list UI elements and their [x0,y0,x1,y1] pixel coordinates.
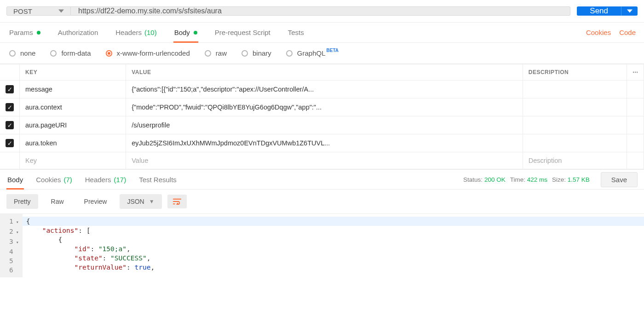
form-params-table: KEY VALUE DESCRIPTION ⋯ ✓message{"action… [0,64,644,169]
checkbox-icon[interactable]: ✓ [6,85,14,93]
tab-tests[interactable]: Tests [287,23,305,42]
cell-value[interactable]: eyJub25jZSI6ImJxUXhMWmJpdmoz0EVnTDgxVUMw… [126,134,523,152]
tab-label: Headers [85,176,111,184]
table-row[interactable]: ✓aura.tokeneyJub25jZSI6ImJxUXhMWmJpdmoz0… [0,134,644,152]
headers-count: (17) [114,176,126,184]
cell-description[interactable] [523,98,627,116]
cell-value[interactable]: {"mode":"PROD","fwuid":"QPQi8lbYE8YujG6o… [126,98,523,116]
json-line: "actions": [ [23,226,644,235]
send-group: Send [577,6,638,16]
cell-key[interactable]: aura.token [20,134,126,152]
tab-label: Params [9,29,33,36]
json-line: "id": "150;a", [23,244,644,253]
radio-label: x-www-form-urlencoded [117,49,190,57]
cookies-link[interactable]: Cookies [586,29,611,36]
tab-label: Authorization [58,29,98,36]
request-tabs: Params Authorization Headers (10) Body P… [0,23,644,43]
tab-params[interactable]: Params [8,23,41,42]
cell-desc-placeholder[interactable]: Description [523,152,627,169]
url-input[interactable]: https://df22-demo.my.site.com/s/sfsites/… [71,6,570,16]
response-body-viewer: 1▾2▾3▾456 { "actions": [ { "id": "150;a"… [0,213,644,277]
tab-label: Body [174,29,190,36]
cell-more [627,134,644,152]
json-line: { [23,217,644,226]
dot-icon [37,31,40,35]
json-line: "state": "SUCCESS", [23,253,644,263]
checkbox-icon[interactable]: ✓ [6,121,14,129]
method-select[interactable]: POST [6,6,71,16]
table-row[interactable]: ✓message{"actions":[{"id":"150;a","descr… [0,81,644,98]
chevron-down-icon: ▼ [149,198,155,205]
response-tabs: Body Cookies(7) Headers(17) Test Results… [0,169,644,190]
body-type-binary[interactable]: binary [242,49,271,57]
response-toolbar: Pretty Raw Preview JSON ▼ [0,190,644,213]
send-split-button[interactable] [621,6,638,16]
col-checkbox [0,64,20,81]
body-type-graphql[interactable]: GraphQLBETA [286,49,339,57]
table-row-placeholder[interactable]: KeyValueDescription [0,152,644,169]
resp-tab-tests[interactable]: Test Results [138,170,178,189]
save-response-button[interactable]: Save [601,172,638,187]
code-link[interactable]: Code [619,29,636,36]
code-area[interactable]: { "actions": [ { "id": "150;a", "state":… [23,214,644,277]
json-line: { [23,235,644,244]
chevron-down-icon [58,7,64,15]
col-more[interactable]: ⋯ [627,64,644,81]
cell-value[interactable]: /s/userprofile [126,116,523,134]
cell-description[interactable] [523,134,627,152]
table-row[interactable]: ✓aura.context{"mode":"PROD","fwuid":"QPQ… [0,98,644,116]
tab-headers[interactable]: Headers (10) [115,23,157,42]
time-meta: Time: 422 ms [510,176,547,183]
view-preview[interactable]: Preview [77,194,115,209]
tab-label: Pre-request Script [215,29,270,36]
wrap-icon [173,198,181,205]
resp-tab-headers[interactable]: Headers(17) [84,170,127,189]
radio-icon [9,50,16,57]
beta-badge: BETA [327,48,339,53]
radio-icon [205,50,211,57]
body-type-raw[interactable]: raw [205,49,227,57]
radio-label: GraphQL [297,49,326,57]
dot-icon [194,31,197,35]
cell-description[interactable] [523,81,627,98]
col-value: VALUE [126,64,523,81]
body-type-none[interactable]: none [9,49,35,57]
format-select[interactable]: JSON ▼ [120,194,161,209]
radio-icon [242,50,248,57]
resp-tab-cookies[interactable]: Cookies(7) [35,170,73,189]
cell-more [627,98,644,116]
radio-icon [106,50,112,57]
cell-key[interactable]: message [20,81,126,98]
checkbox-icon[interactable]: ✓ [6,103,14,111]
cookies-count: (7) [63,176,72,184]
cell-more [627,116,644,134]
cell-key[interactable]: aura.pageURI [20,116,126,134]
tab-label: Headers [115,29,142,36]
tab-authorization[interactable]: Authorization [57,23,99,42]
pill-label: Pretty [14,198,31,205]
cell-key-placeholder[interactable]: Key [20,152,126,169]
size-meta: Size: 1.57 KB [552,176,590,183]
col-key: KEY [20,64,126,81]
tab-body[interactable]: Body [173,23,198,42]
tab-label: Body [7,176,23,184]
tab-pre-request[interactable]: Pre-request Script [214,23,271,42]
body-type-formdata[interactable]: form-data [50,49,91,57]
view-raw[interactable]: Raw [44,194,71,209]
body-type-urlencoded[interactable]: x-www-form-urlencoded [106,49,190,57]
cell-value-placeholder[interactable]: Value [126,152,523,169]
checkbox-icon[interactable]: ✓ [6,139,14,147]
cell-description[interactable] [523,116,627,134]
status-meta: Status: 200 OK [463,176,506,183]
resp-tab-body[interactable]: Body [6,170,24,189]
pill-label: JSON [127,198,144,205]
table-row[interactable]: ✓aura.pageURI/s/userprofile [0,116,644,134]
send-button[interactable]: Send [577,6,621,16]
view-pretty[interactable]: Pretty [6,194,38,209]
radio-label: form-data [61,49,91,57]
cell-key[interactable]: aura.context [20,98,126,116]
cell-value[interactable]: {"actions":[{"id":"150;a","descriptor":"… [126,81,523,98]
line-gutter: 1▾2▾3▾456 [0,214,23,277]
col-description: DESCRIPTION [523,64,627,81]
wrap-toggle[interactable] [167,195,187,208]
